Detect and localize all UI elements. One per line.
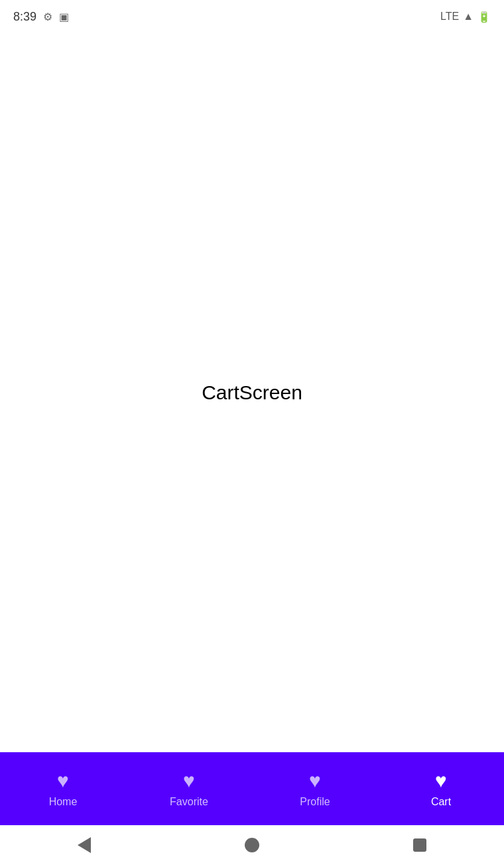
battery-icon: 🔋	[477, 11, 491, 23]
recents-button[interactable]	[403, 829, 436, 862]
sim-icon: ▣	[59, 11, 69, 23]
settings-icon: ⚙	[43, 11, 52, 23]
bottom-nav: ♥ Home ♥ Favorite ♥ Profile ♥ Cart	[0, 752, 504, 825]
home-button[interactable]	[235, 829, 269, 862]
status-bar-left: 8:39 ⚙ ▣	[13, 10, 69, 24]
back-button[interactable]	[68, 829, 101, 862]
screen-label: CartScreen	[202, 381, 302, 404]
nav-item-profile[interactable]: ♥ Profile	[252, 752, 378, 825]
nav-item-home[interactable]: ♥ Home	[0, 752, 126, 825]
nav-label-favorite: Favorite	[170, 796, 208, 808]
signal-icon: ▲	[463, 11, 473, 23]
home-heart-icon: ♥	[57, 769, 69, 792]
status-bar-right: LTE ▲ 🔋	[440, 11, 491, 23]
recents-icon	[413, 838, 426, 852]
nav-label-profile: Profile	[300, 796, 330, 808]
status-time: 8:39	[13, 10, 36, 24]
profile-heart-icon: ♥	[309, 769, 321, 792]
nav-label-home: Home	[49, 796, 78, 808]
phone-frame: 8:39 ⚙ ▣ LTE ▲ 🔋 CartScreen ♥ Home ♥ Fav…	[0, 0, 504, 865]
android-nav-bar	[0, 825, 504, 865]
home-icon	[245, 838, 259, 852]
nav-item-favorite[interactable]: ♥ Favorite	[126, 752, 252, 825]
main-content: CartScreen	[0, 33, 504, 752]
cart-heart-icon: ♥	[435, 769, 447, 792]
nav-label-cart: Cart	[431, 796, 451, 808]
lte-label: LTE	[440, 11, 459, 23]
status-bar: 8:39 ⚙ ▣ LTE ▲ 🔋	[0, 0, 504, 33]
nav-item-cart[interactable]: ♥ Cart	[378, 752, 504, 825]
back-icon	[78, 837, 91, 853]
favorite-heart-icon: ♥	[183, 769, 195, 792]
